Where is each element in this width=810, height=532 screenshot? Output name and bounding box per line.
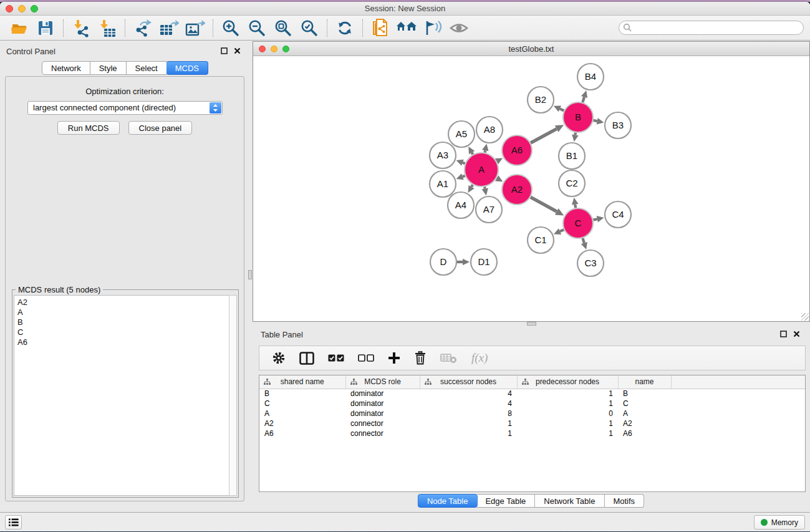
table-cell[interactable]: 1 [517,428,618,438]
graph-edge[interactable] [582,97,584,102]
mcds-result-item[interactable]: B [17,317,226,327]
table-cell[interactable]: 4 [420,389,517,399]
graph-edge[interactable] [531,129,557,143]
zoom-selected-button[interactable] [298,18,321,38]
table-cell[interactable]: A2 [259,418,345,428]
table-cell[interactable]: 1 [420,418,517,428]
column-header-MCDS-role[interactable]: MCDS role [345,375,420,389]
table-cell[interactable]: C [618,399,671,409]
delete-column-button[interactable] [440,352,458,364]
export-table-button[interactable] [158,18,180,38]
tab-edge-table[interactable]: Edge Table [476,494,535,508]
mcds-result-item[interactable]: A2 [17,297,226,307]
save-session-button[interactable] [34,18,57,38]
graph-edge[interactable] [485,150,486,152]
float-panel-icon[interactable] [221,47,228,54]
column-header-shared-name[interactable]: shared name [259,375,345,389]
graph-edge[interactable] [593,219,597,220]
mcds-result-list[interactable]: A2ABCA6 [14,295,229,496]
graph-edge[interactable] [485,187,485,189]
table-cell[interactable]: B [618,389,671,399]
table-cell[interactable]: 1 [420,428,517,438]
zoom-out-button[interactable] [246,18,268,38]
table-cell[interactable]: connector [345,428,420,438]
resize-grip[interactable] [801,313,809,321]
column-header-name[interactable]: name [618,375,671,389]
column-header-successor-nodes[interactable]: successor nodes [420,375,517,389]
graph-edge[interactable] [593,120,597,121]
table-cell[interactable]: A [259,409,345,418]
tab-network[interactable]: Network [42,61,90,75]
table-cell[interactable]: A6 [259,428,345,438]
column-header-predecessor-nodes[interactable]: predecessor nodes [517,375,618,389]
table-cell[interactable]: C [259,399,345,409]
graph-edge[interactable] [560,109,564,110]
graph-edge[interactable] [463,163,465,163]
table-cell[interactable]: 8 [420,409,517,418]
show-columns-button[interactable] [299,352,314,365]
table-cell[interactable]: A6 [618,428,671,438]
mcds-result-item[interactable]: C [17,327,226,337]
tab-mcds[interactable]: MCDS [166,61,208,75]
table-row[interactable]: Cdominator41C [259,399,805,409]
graph-edge[interactable] [582,238,584,243]
table-row[interactable]: Bdominator41B [259,389,805,399]
delete-row-button[interactable] [414,351,427,365]
tab-select[interactable]: Select [127,61,167,75]
table-cell[interactable]: 1 [517,418,618,428]
tab-node-table[interactable]: Node Table [418,494,478,508]
tab-motifs[interactable]: Motifs [604,494,644,508]
zoom-fit-button[interactable] [272,18,294,38]
run-mcds-button[interactable]: Run MCDS [57,121,120,135]
deselect-all-button[interactable] [358,354,374,362]
mcds-result-scrollbar[interactable] [229,295,237,496]
table-cell[interactable]: 4 [420,399,517,409]
tab-style[interactable]: Style [90,61,127,75]
table-cell[interactable]: dominator [345,389,420,399]
table-row[interactable]: A2connector11A2 [259,418,805,428]
close-panel-icon[interactable] [234,47,241,54]
tab-network-table[interactable]: Network Table [535,494,604,508]
import-table-button[interactable] [96,18,118,38]
import-network-button[interactable] [70,18,92,38]
table-cell[interactable]: 1 [517,389,618,399]
graph-edge[interactable] [471,185,473,186]
select-all-button[interactable] [328,354,344,362]
optimization-criterion-dropdown[interactable]: largest connected component (directed) [27,101,223,115]
function-builder-button[interactable]: f(x) [471,351,488,365]
table-cell[interactable]: dominator [345,399,420,409]
table-settings-button[interactable] [272,351,286,365]
zoom-in-button[interactable] [219,18,242,38]
mcds-result-item[interactable]: A6 [17,337,226,347]
graph-edge[interactable] [575,205,576,208]
node-table-grid[interactable]: shared nameMCDS rolesuccessor nodesprede… [259,375,805,438]
memory-button[interactable]: Memory [754,515,805,530]
preview-eye-button[interactable] [448,18,470,38]
table-cell[interactable]: dominator [345,409,420,418]
graph-edge[interactable] [560,230,564,231]
refresh-layout-button[interactable] [334,18,356,38]
close-panel-button[interactable]: Close panel [128,121,193,135]
table-row[interactable]: A6connector11A6 [259,428,805,438]
add-column-button[interactable] [388,352,400,364]
table-cell[interactable]: A2 [618,418,671,428]
graph-edge[interactable] [472,153,473,155]
table-cell[interactable]: 1 [517,399,618,409]
table-row[interactable]: Adominator80A [259,409,805,418]
network-graph[interactable]: B4B2BB3A8A5A6A3B1AA1C2A2A4A7C4CC1C3DD1 [253,56,809,321]
float-table-panel-icon[interactable] [780,331,787,337]
home-button[interactable] [395,18,418,38]
task-history-button[interactable] [5,515,22,530]
network-file-button[interactable] [369,18,392,38]
graph-edge[interactable] [575,133,576,135]
search-input[interactable] [619,21,804,35]
table-cell[interactable]: B [259,389,345,399]
graph-edge[interactable] [531,197,557,211]
export-network-button[interactable] [132,18,154,38]
vertical-splitter-handle[interactable] [248,270,252,279]
table-cell[interactable]: A [618,409,671,418]
open-session-button[interactable] [8,18,31,38]
toggle-details-button[interactable] [422,18,444,38]
graph-edge[interactable] [463,176,465,177]
close-table-panel-icon[interactable] [793,331,800,337]
